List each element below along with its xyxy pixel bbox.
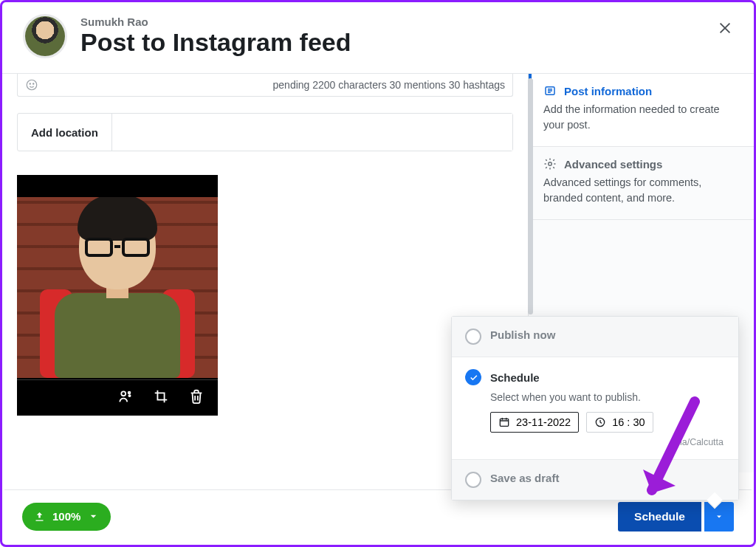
left-column: pending 2200 characters 30 mentions 30 h…	[2, 74, 528, 472]
location-row: Add location	[17, 113, 513, 151]
upload-percent: 100%	[52, 510, 80, 523]
location-input[interactable]	[112, 114, 512, 151]
caption-footer: pending 2200 characters 30 mentions 30 h…	[17, 74, 513, 97]
calendar-icon	[498, 416, 510, 428]
caption-status-text: pending 2200 characters 30 mentions 30 h…	[273, 79, 505, 91]
radio-checked-icon[interactable]	[465, 369, 481, 385]
panel-post-information[interactable]: Post information Add the information nee…	[529, 74, 754, 146]
upload-icon	[34, 511, 45, 522]
svg-rect-7	[500, 419, 508, 426]
panel-desc: Add the information needed to create you…	[543, 102, 740, 133]
schedule-popover: Publish now Schedule Select when you wan…	[451, 316, 739, 500]
svg-point-1	[30, 83, 30, 84]
caret-down-icon	[88, 511, 99, 522]
schedule-button[interactable]: Schedule	[618, 502, 701, 531]
schedule-subtext: Select when you want to publish.	[490, 391, 725, 403]
media-thumbnail[interactable]	[17, 175, 218, 416]
user-name: Sumukh Rao	[80, 16, 351, 28]
svg-point-6	[549, 162, 552, 166]
location-label: Add location	[18, 114, 112, 151]
panel-title: Post information	[564, 85, 652, 97]
close-icon[interactable]	[717, 20, 733, 36]
radio-unchecked-icon[interactable]	[465, 328, 481, 345]
scroll-track[interactable]	[528, 78, 533, 314]
crop-icon[interactable]	[153, 388, 169, 407]
svg-point-4	[128, 392, 131, 394]
media-toolbar	[17, 380, 218, 416]
option-label: Publish now	[490, 328, 555, 341]
media-image	[17, 197, 218, 378]
upload-progress-pill[interactable]: 100%	[22, 503, 111, 531]
modal-header: Sumukh Rao Post to Instagram feed	[2, 2, 754, 73]
panel-desc: Advanced settings for comments, branded …	[543, 175, 740, 206]
panel-advanced-settings[interactable]: Advanced settings Advanced settings for …	[529, 147, 754, 219]
clock-icon	[594, 416, 606, 428]
date-input[interactable]: 23-11-2022	[490, 412, 579, 433]
time-input[interactable]: 16 : 30	[586, 412, 653, 433]
trash-icon[interactable]	[188, 388, 205, 407]
svg-point-3	[121, 391, 126, 396]
header-text: Sumukh Rao Post to Instagram feed	[80, 16, 351, 57]
panel-title: Advanced settings	[564, 158, 662, 171]
date-value: 23-11-2022	[516, 416, 571, 428]
modal-window: Sumukh Rao Post to Instagram feed pendin…	[0, 0, 756, 547]
avatar	[23, 14, 67, 58]
option-label: Schedule	[490, 371, 540, 384]
tag-people-icon[interactable]	[117, 388, 134, 407]
radio-unchecked-icon[interactable]	[465, 472, 481, 488]
emoji-icon[interactable]	[25, 78, 38, 92]
option-schedule[interactable]: Schedule Select when you want to publish…	[452, 357, 738, 459]
timezone-text: Asia/Calcutta	[490, 437, 725, 447]
page-title: Post to Instagram feed	[80, 28, 351, 57]
schedule-dropdown-button[interactable]	[704, 502, 734, 531]
svg-point-2	[33, 83, 34, 84]
caret-down-icon	[715, 512, 724, 521]
option-publish-now[interactable]: Publish now	[452, 317, 738, 357]
option-label: Save as draft	[490, 472, 559, 484]
option-save-draft[interactable]: Save as draft	[452, 459, 738, 500]
time-value: 16 : 30	[612, 416, 645, 428]
svg-point-0	[27, 80, 37, 90]
